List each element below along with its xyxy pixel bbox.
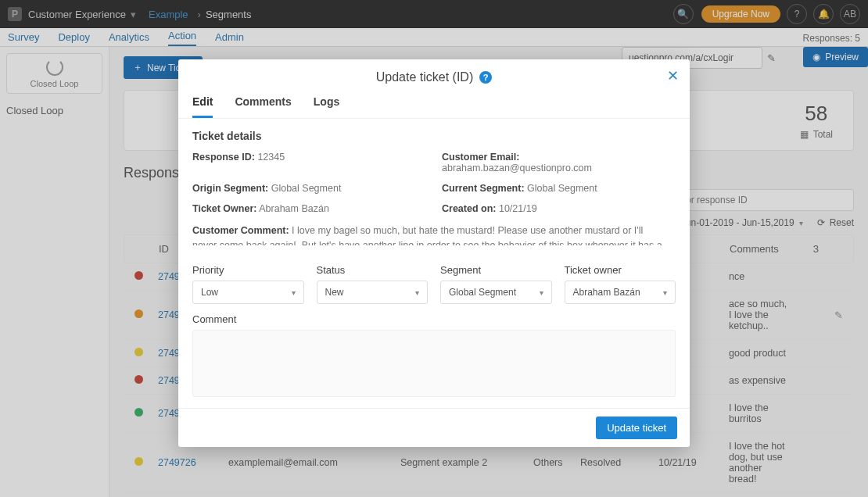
ticket-details-heading: Ticket details <box>192 130 676 142</box>
chevron-down-icon <box>540 288 543 297</box>
comment-field-label: Comment <box>192 313 676 325</box>
status-label: Status <box>317 264 429 276</box>
created-on-label: Created on: <box>442 203 496 214</box>
help-icon[interactable]: ? <box>479 71 492 84</box>
modal-title: Update ticket (ID) <box>376 70 473 84</box>
segment-select[interactable]: Global Segment <box>440 281 552 304</box>
current-segment-value: Global Segment <box>527 183 597 194</box>
priority-select[interactable]: Low <box>192 281 304 304</box>
status-select[interactable]: New <box>317 281 429 304</box>
ticket-owner-value: Abraham Bazán <box>259 203 329 214</box>
ticket-owner-select-label: Ticket owner <box>565 264 676 276</box>
chevron-down-icon <box>415 288 419 297</box>
current-segment-label: Current Segment: <box>442 183 525 194</box>
response-id-value: 12345 <box>257 152 285 163</box>
created-on-value: 10/21/19 <box>499 203 537 214</box>
segment-label: Segment <box>440 264 552 276</box>
ticket-owner-select[interactable]: Abraham Bazán <box>565 281 676 304</box>
ticket-owner-label: Ticket Owner: <box>192 203 256 214</box>
priority-label: Priority <box>192 264 304 276</box>
update-ticket-button[interactable]: Update ticket <box>596 417 677 439</box>
comment-textarea[interactable] <box>192 330 676 397</box>
chevron-down-icon <box>292 288 296 297</box>
customer-email-label: Customer Email: <box>442 152 519 163</box>
update-ticket-modal: Update ticket (ID) ? ✕ Edit Comments Log… <box>178 59 690 447</box>
response-id-label: Response ID: <box>192 152 255 163</box>
customer-email-value: abraham.bazan@questionpro.com <box>442 163 592 173</box>
origin-segment-label: Origin Segment: <box>192 183 268 194</box>
modal-tab-comments[interactable]: Comments <box>235 95 291 118</box>
origin-segment-value: Global Segment <box>271 183 342 194</box>
chevron-down-icon <box>663 288 667 297</box>
customer-comment-label: Customer Comment: <box>192 225 289 236</box>
close-icon[interactable]: ✕ <box>667 67 679 84</box>
modal-tab-logs[interactable]: Logs <box>314 95 339 118</box>
modal-tab-edit[interactable]: Edit <box>192 95 213 118</box>
